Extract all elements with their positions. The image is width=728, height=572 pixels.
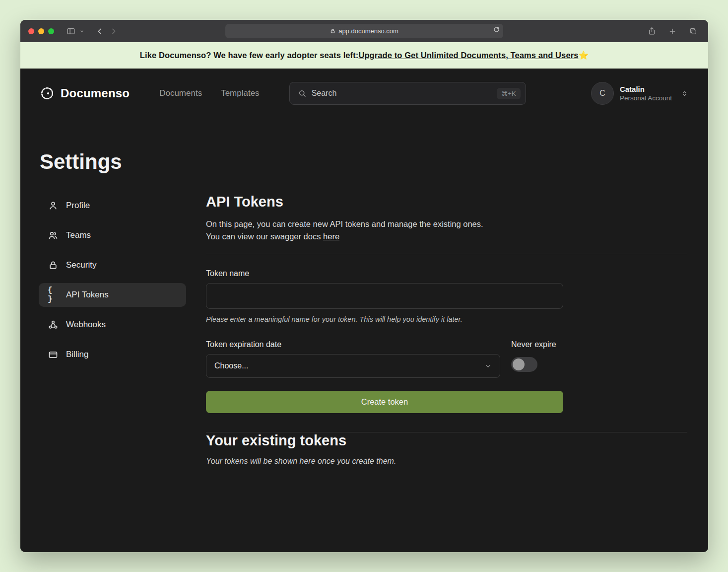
divider: [206, 254, 687, 254]
upgrade-link[interactable]: Upgrade to Get Unlimited Documents, Team…: [358, 51, 578, 60]
promo-banner-star: ⭐: [578, 51, 589, 60]
never-expire-label: Never expire: [511, 340, 563, 349]
search-input[interactable]: Search ⌘+K: [289, 82, 526, 105]
expiration-select[interactable]: Choose...: [206, 354, 500, 378]
address-bar[interactable]: app.documenso.com: [225, 24, 503, 38]
close-window-button[interactable]: [28, 28, 34, 34]
credit-card-icon: [48, 350, 59, 359]
avatar: C: [591, 82, 614, 105]
toggle-knob: [513, 358, 525, 370]
sidebar-item-label: Billing: [66, 350, 88, 359]
sidebar-item-label: Profile: [66, 201, 90, 211]
chevron-up-down-icon: [681, 90, 688, 97]
account-menu[interactable]: C Catalin Personal Account: [591, 82, 688, 105]
chevron-down-icon: [484, 362, 492, 370]
braces-icon: { }: [48, 286, 59, 304]
sidebar-item-label: Webhooks: [66, 320, 106, 330]
token-name-help: Please enter a meaningful name for your …: [206, 315, 687, 323]
token-name-input[interactable]: [206, 283, 563, 309]
nav-item-documents[interactable]: Documents: [159, 88, 202, 98]
search-icon: [298, 89, 307, 98]
brand-name: Documenso: [61, 86, 130, 100]
share-icon[interactable]: [645, 25, 659, 38]
page-title: Settings: [40, 150, 708, 174]
account-name: Catalin: [620, 84, 672, 94]
promo-banner-text: Like Documenso? We have few early adopte…: [140, 51, 359, 60]
users-icon: [48, 230, 59, 240]
sidebar-item-profile[interactable]: Profile: [39, 194, 186, 217]
sidebar-item-billing[interactable]: Billing: [39, 343, 186, 366]
swagger-docs-link[interactable]: here: [323, 232, 339, 241]
lock-icon: [330, 28, 335, 34]
sidebar-item-webhooks[interactable]: Webhooks: [39, 313, 186, 337]
brand-logo-link[interactable]: Documenso: [40, 86, 130, 101]
refresh-icon[interactable]: [493, 26, 500, 33]
forward-button[interactable]: [107, 25, 121, 38]
create-token-button[interactable]: Create token: [206, 391, 563, 413]
nav-item-templates[interactable]: Templates: [221, 88, 259, 98]
existing-tokens-heading: Your existing tokens: [206, 432, 687, 449]
minimize-window-button[interactable]: [38, 28, 44, 34]
back-button[interactable]: [93, 25, 107, 38]
url-text: app.documenso.com: [338, 27, 398, 35]
sidebar-menu-chevron-icon[interactable]: [78, 25, 86, 38]
sidebar-item-api-tokens[interactable]: { } API Tokens: [39, 283, 186, 307]
section-heading: API Tokens: [206, 194, 687, 210]
sidebar-item-security[interactable]: Security: [39, 253, 186, 277]
tab-overview-icon[interactable]: [686, 25, 700, 38]
documenso-logo-icon: [40, 86, 55, 101]
sidebar-toggle-icon[interactable]: [64, 25, 78, 38]
sidebar-item-label: Teams: [66, 230, 91, 240]
webhook-icon: [48, 320, 59, 330]
search-shortcut-badge: ⌘+K: [497, 88, 520, 99]
search-placeholder: Search: [312, 89, 337, 98]
api-tokens-panel: API Tokens On this page, you can create …: [206, 194, 687, 466]
app-header: Documenso Documents Templates Search ⌘+K…: [20, 69, 708, 118]
never-expire-toggle[interactable]: [511, 357, 537, 372]
zoom-window-button[interactable]: [48, 28, 54, 34]
top-nav: Documents Templates: [159, 88, 259, 98]
sidebar-item-label: API Tokens: [66, 290, 109, 300]
section-description: On this page, you can create new API tok…: [206, 218, 687, 243]
expiration-select-value: Choose...: [214, 361, 248, 370]
settings-sidebar: Profile Teams Security { } API Token: [39, 194, 186, 372]
browser-toolbar: app.documenso.com: [20, 20, 708, 42]
new-tab-icon[interactable]: [665, 25, 679, 38]
account-type: Personal Account: [620, 94, 672, 102]
promo-banner: Like Documenso? We have few early adopte…: [20, 42, 708, 69]
token-expiration-label: Token expiration date: [206, 340, 500, 349]
sidebar-item-teams[interactable]: Teams: [39, 223, 186, 247]
browser-window: app.documenso.com Like Documenso? We hav…: [20, 20, 708, 552]
user-icon: [48, 201, 59, 211]
documenso-app: Documenso Documents Templates Search ⌘+K…: [20, 69, 708, 552]
lock-icon: [48, 260, 59, 270]
sidebar-item-label: Security: [66, 260, 96, 270]
existing-tokens-empty-text: Your tokens will be shown here once you …: [206, 457, 687, 466]
traffic-lights: [28, 28, 54, 34]
token-name-label: Token name: [206, 269, 687, 278]
